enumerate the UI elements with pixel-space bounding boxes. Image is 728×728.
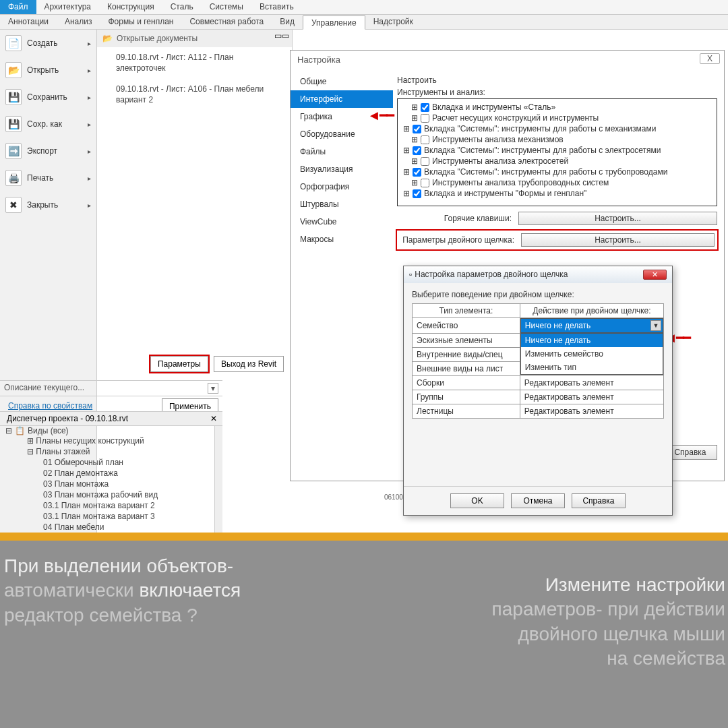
ribbon-tab[interactable]: Сталь xyxy=(162,0,202,14)
hotkeys-button[interactable]: Настроить... xyxy=(518,212,717,225)
open-doc[interactable]: 09.10.18.rvt - Лист: A106 - План мебели … xyxy=(97,79,292,111)
tool-check-row[interactable]: ⊞Вкладка "Системы": инструменты для рабо… xyxy=(400,145,714,156)
settings-category[interactable]: Оборудование xyxy=(291,125,393,143)
settings-category[interactable]: Файлы xyxy=(291,143,393,160)
tool-check-row[interactable]: ⊞Вкладка и инструменты «Сталь» xyxy=(400,102,714,113)
dropdown-selected[interactable]: Ничего не делать▼ xyxy=(520,318,663,333)
action-cell[interactable]: Редактировать элемент xyxy=(520,404,663,419)
action-cell[interactable]: Редактировать элемент xyxy=(520,376,663,390)
filemenu-close[interactable]: ✖Закрыть▸ xyxy=(0,191,96,218)
ok-button[interactable]: OK xyxy=(450,493,504,508)
tool-checkbox[interactable] xyxy=(413,189,421,198)
dropdown-option[interactable]: Ничего не делать xyxy=(521,334,663,347)
tree-leaf[interactable]: 03.1 План монтажа вариант 3 xyxy=(0,511,222,522)
tool-checkbox[interactable] xyxy=(413,146,421,155)
ribbon-tab[interactable]: Системы xyxy=(202,0,251,14)
scrollbar[interactable] xyxy=(214,426,222,546)
tree-glyph: ⊞ xyxy=(403,189,410,198)
ribbon-tab[interactable]: Конструкция xyxy=(99,0,162,14)
settings-category[interactable]: Общие xyxy=(291,73,393,90)
tree-leaf[interactable]: 03 План монтажа xyxy=(0,479,222,489)
tool-check-row[interactable]: ⊞Инструменты анализа электросетей xyxy=(400,156,714,166)
settings-category[interactable]: Орфография xyxy=(291,178,393,195)
tree-leaf[interactable]: 01 Обмерочный план xyxy=(0,457,222,468)
tree-body[interactable]: ⊟📋 Виды (все) ⊞ Планы несущих конструкци… xyxy=(0,426,222,546)
action-cell[interactable]: Редактировать элемент xyxy=(520,390,663,404)
settings-category[interactable]: Интерфейс xyxy=(291,90,393,108)
ribbon-tab[interactable]: Анализ xyxy=(57,15,100,29)
tools-check-list[interactable]: ⊞Вкладка и инструменты «Сталь»⊞Расчет не… xyxy=(397,98,717,206)
tree-leaf[interactable]: 03 План монтажа рабочий вид xyxy=(0,489,222,500)
table-row[interactable]: СемействоНичего не делать▼Ничего не дела… xyxy=(413,318,664,334)
exit-revit-button[interactable]: Выход из Revit xyxy=(214,356,284,372)
tool-check-row[interactable]: ⊞Вкладка "Системы": инструменты для рабо… xyxy=(400,166,714,177)
element-type-cell: Лестницы xyxy=(413,404,520,419)
tool-checkbox[interactable] xyxy=(421,157,429,166)
element-type-cell: Семейство xyxy=(413,318,520,334)
overlay-line: параметров- при действии xyxy=(492,599,725,619)
ribbon-tab[interactable]: Вставить xyxy=(251,0,302,14)
tree-root[interactable]: ⊟📋 Виды (все) xyxy=(0,426,222,435)
tool-checkbox[interactable] xyxy=(421,135,429,144)
close-icon[interactable]: ✕ xyxy=(205,412,222,425)
help-button[interactable]: Справка xyxy=(572,493,626,508)
table-row[interactable]: ЛестницыРедактировать элемент xyxy=(413,404,664,419)
dropdown-option[interactable]: Изменить тип xyxy=(521,361,663,374)
ribbon-tab[interactable]: Вид xyxy=(272,15,303,29)
doubleclick-button[interactable]: Настроить... xyxy=(521,233,715,247)
ribbon-tab[interactable]: Архитектура xyxy=(36,0,100,14)
chevron-down-icon[interactable]: ▼ xyxy=(650,320,661,331)
filemenu-print[interactable]: 🖨️Печать▸ xyxy=(0,164,96,191)
filemenu-export[interactable]: ➡️Экспорт▸ xyxy=(0,138,96,164)
tool-checkbox[interactable] xyxy=(413,168,421,177)
export-icon: ➡️ xyxy=(5,143,22,159)
filemenu-saveas[interactable]: 💾Сохр. как▸ xyxy=(0,111,96,138)
tree-node[interactable]: ⊞ Планы несущих конструкций xyxy=(0,435,222,446)
settings-category[interactable]: ViewCube xyxy=(291,213,393,231)
parameters-button[interactable]: Параметры xyxy=(150,356,208,372)
tree-glyph: ⊞ xyxy=(411,102,418,112)
create-icon: 📄 xyxy=(5,35,22,51)
app-icon: ▫ xyxy=(409,270,412,280)
dropdown-arrow-icon[interactable]: ▾ xyxy=(208,383,218,394)
settings-close-icon[interactable]: X xyxy=(700,53,720,64)
table-row[interactable]: ГруппыРедактировать элемент xyxy=(413,390,664,404)
ribbon-tab[interactable]: Файл xyxy=(0,0,36,14)
action-cell[interactable]: Ничего не делать▼Ничего не делатьИзменит… xyxy=(520,318,663,334)
ribbon-tab[interactable]: Надстройк xyxy=(365,15,421,29)
tree-node[interactable]: ⊟ Планы этажей xyxy=(0,446,222,457)
dropdown-list: Ничего не делатьИзменить семействоИзмени… xyxy=(520,333,663,375)
tool-check-row[interactable]: ⊞Вкладка и инструменты "Формы и генплан" xyxy=(400,188,714,199)
settings-category[interactable]: Визуализация xyxy=(291,160,393,178)
ribbon-tab[interactable]: Управление xyxy=(303,16,365,30)
tool-checkbox[interactable] xyxy=(421,179,429,187)
tool-checkbox[interactable] xyxy=(413,125,421,133)
settings-category[interactable]: Штурвалы xyxy=(291,195,393,213)
tree-leaf[interactable]: 03.1 План монтажа вариант 2 xyxy=(0,500,222,511)
tool-checkbox[interactable] xyxy=(421,103,429,112)
ribbon-tab[interactable]: Аннотации xyxy=(0,15,57,29)
tool-checkbox[interactable] xyxy=(421,114,429,123)
tree-leaf[interactable]: 02 План демонтажа xyxy=(0,468,222,479)
ribbon-tab[interactable]: Совместная работа xyxy=(181,15,272,29)
table-row[interactable]: СборкиРедактировать элемент xyxy=(413,376,664,390)
layout-icon[interactable]: ▭▭ xyxy=(274,31,289,40)
dropdown-option[interactable]: Изменить семейство xyxy=(521,347,663,361)
open-docs-panel: ▭▭ 📂Открытые документы 09.10.18.rvt - Ли… xyxy=(97,30,293,380)
tree-glyph: ⊞ xyxy=(411,113,418,123)
settings-title: Настройка xyxy=(291,51,724,69)
filemenu-create[interactable]: 📄Создать▸ xyxy=(0,30,96,57)
cancel-button[interactable]: Отмена xyxy=(511,493,565,508)
menu-label: Экспорт xyxy=(27,146,57,156)
filemenu-open[interactable]: 📂Открыть▸ xyxy=(0,57,96,84)
close-icon[interactable]: ✕ xyxy=(643,270,667,280)
tree-leaf[interactable]: 04 План мебели xyxy=(0,522,222,533)
tool-check-row[interactable]: ⊞Инструменты анализа механизмов xyxy=(400,134,714,145)
tool-check-row[interactable]: ⊞Расчет несущих конструкций и инструмент… xyxy=(400,113,714,123)
filemenu-save[interactable]: 💾Сохранить▸ xyxy=(0,84,96,111)
open-doc[interactable]: 09.10.18.rvt - Лист: A112 - План электро… xyxy=(97,47,292,79)
tool-check-row[interactable]: ⊞Вкладка "Системы": инструменты для рабо… xyxy=(400,123,714,134)
tool-check-row[interactable]: ⊞Инструменты анализа трубопроводных сист… xyxy=(400,177,714,188)
settings-category[interactable]: Макросы xyxy=(291,231,393,248)
ribbon-tab[interactable]: Формы и генплан xyxy=(100,15,182,29)
